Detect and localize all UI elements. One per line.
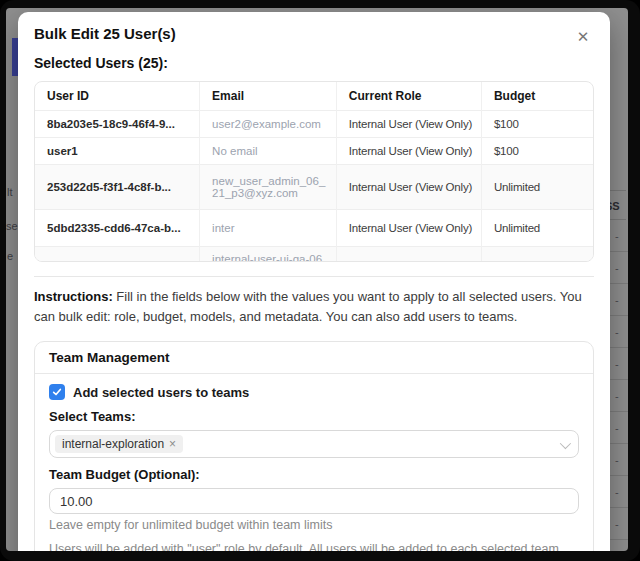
cell-email: No email	[200, 138, 337, 165]
remove-tag-icon[interactable]: ×	[169, 437, 176, 451]
cell-user-id: 5dbd2335-cdd6-47ca-b...	[35, 210, 200, 247]
selected-users-label: Selected Users (25):	[34, 55, 594, 71]
background-cell: -	[607, 348, 628, 380]
background-cell: -	[607, 444, 628, 476]
team-management-title: Team Management	[35, 342, 593, 374]
team-budget-input[interactable]	[49, 488, 579, 514]
column-header-budget: Budget	[481, 82, 593, 111]
background-text-fragment: e	[7, 250, 13, 262]
selected-team-tag-label: internal-exploration	[62, 437, 164, 451]
close-icon[interactable]: ✕	[572, 26, 594, 48]
cell-role	[336, 247, 481, 263]
selected-team-tag: internal-exploration ×	[55, 435, 183, 453]
cell-user-id	[35, 247, 200, 263]
cell-email: inter	[200, 210, 337, 247]
modal-title: Bulk Edit 25 User(s)	[34, 25, 594, 42]
cell-role: Internal User (View Only)	[336, 210, 481, 247]
team-management-card: Team Management Add selected users to te…	[34, 341, 594, 551]
table-header-row: User ID Email Current Role Budget	[35, 82, 593, 111]
team-role-note: Users will be added with "user" role by …	[49, 542, 579, 551]
select-teams-label: Select Teams:	[49, 409, 579, 424]
background-cell: -	[607, 380, 628, 412]
background-cell: -	[607, 412, 628, 444]
background-text-fragment: se	[6, 220, 18, 232]
instructions-text: Instructions: Fill in the fields below w…	[34, 287, 594, 327]
team-management-body: Add selected users to teams Select Teams…	[35, 374, 593, 551]
cell-role: Internal User (View Only)	[336, 138, 481, 165]
team-budget-label: Team Budget (Optional):	[49, 467, 579, 482]
instructions-label: Instructions:	[34, 289, 113, 304]
screenshot-frame: lt se e SS - - - - - - - - - - Bulk Edit…	[0, 0, 640, 561]
bulk-edit-modal: Bulk Edit 25 User(s) ✕ Selected Users (2…	[18, 12, 610, 551]
section-divider	[34, 276, 594, 277]
column-header-email: Email	[200, 82, 337, 111]
chevron-down-icon	[560, 438, 571, 449]
cell-email: user2@example.com	[200, 111, 337, 138]
background-cell: -	[607, 508, 628, 540]
table-row: 8ba203e5-18c9-46f4-9... user2@example.co…	[35, 111, 593, 138]
cell-email: new_user_admin_06_21_p3@xyz.com	[200, 165, 337, 210]
instructions-body: Fill in the fields below with the values…	[34, 289, 582, 324]
background-cell: -	[607, 476, 628, 508]
dimmed-backdrop: lt se e SS - - - - - - - - - - Bulk Edit…	[6, 8, 628, 551]
background-cell: -	[607, 316, 628, 348]
background-text-fragment: lt	[7, 186, 13, 198]
cell-budget: $100	[481, 138, 593, 165]
add-users-to-teams-row: Add selected users to teams	[49, 384, 579, 400]
column-header-user-id: User ID	[35, 82, 200, 111]
cell-email: internal-user-ui-qa-06-28-	[200, 247, 337, 263]
background-table-strip: SS - - - - - - - - - -	[607, 8, 628, 551]
table-row: 5dbd2335-cdd6-47ca-b... inter Internal U…	[35, 210, 593, 247]
cell-user-id: 8ba203e5-18c9-46f4-9...	[35, 111, 200, 138]
cell-role: Internal User (View Only)	[336, 111, 481, 138]
background-cell: -	[607, 284, 628, 316]
cell-role: Internal User (View Only)	[336, 165, 481, 210]
table-row: user1 No email Internal User (View Only)…	[35, 138, 593, 165]
cell-budget: Unlimited	[481, 210, 593, 247]
add-users-checkbox[interactable]	[49, 384, 65, 400]
table-row: 253d22d5-f3f1-4c8f-b... new_user_admin_0…	[35, 165, 593, 210]
cell-user-id: 253d22d5-f3f1-4c8f-b...	[35, 165, 200, 210]
checkmark-icon	[52, 387, 62, 397]
cell-budget: $100	[481, 111, 593, 138]
selected-users-table: User ID Email Current Role Budget 8ba203…	[34, 81, 594, 262]
cell-user-id: user1	[35, 138, 200, 165]
add-users-checkbox-label: Add selected users to teams	[73, 385, 249, 400]
background-cell: -	[607, 220, 628, 252]
cell-budget: Unlimited	[481, 165, 593, 210]
budget-help-text: Leave empty for unlimited budget within …	[49, 518, 579, 532]
column-header-current-role: Current Role	[336, 82, 481, 111]
teams-multiselect[interactable]: internal-exploration ×	[49, 430, 579, 458]
background-cell: -	[607, 252, 628, 284]
table-row: internal-user-ui-qa-06-28-	[35, 247, 593, 263]
cell-budget	[481, 247, 593, 263]
